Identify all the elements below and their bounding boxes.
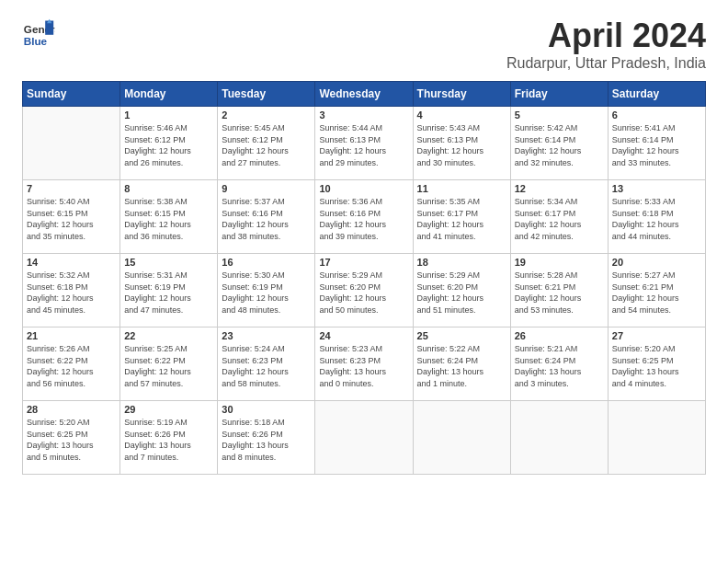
day-info: Sunrise: 5:37 AM Sunset: 6:16 PM Dayligh… <box>222 196 311 242</box>
day-cell: 19Sunrise: 5:28 AM Sunset: 6:21 PM Dayli… <box>510 254 608 327</box>
day-cell: 7Sunrise: 5:40 AM Sunset: 6:15 PM Daylig… <box>23 180 120 254</box>
day-info: Sunrise: 5:19 AM Sunset: 6:26 PM Dayligh… <box>124 417 213 463</box>
day-number: 29 <box>124 404 213 415</box>
day-number: 14 <box>27 257 116 268</box>
day-cell: 3Sunrise: 5:44 AM Sunset: 6:13 PM Daylig… <box>315 107 413 180</box>
week-row-4: 28Sunrise: 5:20 AM Sunset: 6:25 PM Dayli… <box>23 401 706 475</box>
day-number: 30 <box>222 404 311 415</box>
main-title: April 2024 <box>506 17 706 55</box>
day-number: 27 <box>612 330 701 341</box>
day-number: 4 <box>417 109 506 121</box>
day-cell <box>608 401 705 475</box>
day-info: Sunrise: 5:29 AM Sunset: 6:20 PM Dayligh… <box>417 270 506 316</box>
day-info: Sunrise: 5:35 AM Sunset: 6:17 PM Dayligh… <box>417 196 506 242</box>
day-info: Sunrise: 5:36 AM Sunset: 6:16 PM Dayligh… <box>319 196 408 242</box>
day-number: 7 <box>27 183 116 194</box>
day-number: 10 <box>319 183 408 194</box>
title-block: April 2024 Rudarpur, Uttar Pradesh, Indi… <box>506 17 706 72</box>
day-number: 11 <box>417 183 506 194</box>
day-cell: 20Sunrise: 5:27 AM Sunset: 6:21 PM Dayli… <box>608 254 705 327</box>
day-info: Sunrise: 5:34 AM Sunset: 6:17 PM Dayligh… <box>515 196 604 242</box>
page-header: General Blue April 2024 Rudarpur, Uttar … <box>0 0 728 81</box>
day-cell: 16Sunrise: 5:30 AM Sunset: 6:19 PM Dayli… <box>218 254 315 327</box>
day-number: 21 <box>27 330 116 341</box>
day-cell: 6Sunrise: 5:41 AM Sunset: 6:14 PM Daylig… <box>608 107 705 180</box>
day-number: 25 <box>417 330 506 341</box>
week-row-1: 7Sunrise: 5:40 AM Sunset: 6:15 PM Daylig… <box>23 180 706 254</box>
day-cell <box>510 401 608 475</box>
day-info: Sunrise: 5:40 AM Sunset: 6:15 PM Dayligh… <box>27 196 116 242</box>
day-cell: 27Sunrise: 5:20 AM Sunset: 6:25 PM Dayli… <box>608 327 705 401</box>
day-cell: 30Sunrise: 5:18 AM Sunset: 6:26 PM Dayli… <box>218 401 315 475</box>
weekday-header-sunday: Sunday <box>23 82 120 107</box>
day-number: 9 <box>222 183 311 194</box>
svg-text:Blue: Blue <box>24 35 48 47</box>
day-info: Sunrise: 5:38 AM Sunset: 6:15 PM Dayligh… <box>124 196 213 242</box>
day-cell: 8Sunrise: 5:38 AM Sunset: 6:15 PM Daylig… <box>120 180 218 254</box>
day-number: 12 <box>515 183 604 194</box>
day-number: 20 <box>612 257 701 268</box>
day-cell: 4Sunrise: 5:43 AM Sunset: 6:13 PM Daylig… <box>413 107 510 180</box>
day-info: Sunrise: 5:31 AM Sunset: 6:19 PM Dayligh… <box>124 270 213 316</box>
day-cell: 11Sunrise: 5:35 AM Sunset: 6:17 PM Dayli… <box>413 180 510 254</box>
day-cell <box>413 401 510 475</box>
calendar-wrapper: SundayMondayTuesdayWednesdayThursdayFrid… <box>0 81 728 482</box>
day-number: 23 <box>222 330 311 341</box>
weekday-header-tuesday: Tuesday <box>218 82 315 107</box>
day-number: 16 <box>222 257 311 268</box>
logo: General Blue <box>22 17 59 50</box>
day-cell: 5Sunrise: 5:42 AM Sunset: 6:14 PM Daylig… <box>510 107 608 180</box>
sub-title: Rudarpur, Uttar Pradesh, India <box>506 55 706 72</box>
day-number: 15 <box>124 257 213 268</box>
day-info: Sunrise: 5:32 AM Sunset: 6:18 PM Dayligh… <box>27 270 116 316</box>
day-cell <box>23 107 120 180</box>
day-info: Sunrise: 5:33 AM Sunset: 6:18 PM Dayligh… <box>612 196 701 242</box>
day-info: Sunrise: 5:24 AM Sunset: 6:23 PM Dayligh… <box>222 343 311 389</box>
logo-icon: General Blue <box>22 17 55 50</box>
day-number: 3 <box>319 109 408 121</box>
day-info: Sunrise: 5:45 AM Sunset: 6:12 PM Dayligh… <box>222 122 311 168</box>
day-info: Sunrise: 5:42 AM Sunset: 6:14 PM Dayligh… <box>515 122 604 168</box>
weekday-header-thursday: Thursday <box>413 82 510 107</box>
day-number: 6 <box>612 109 701 121</box>
day-cell: 24Sunrise: 5:23 AM Sunset: 6:23 PM Dayli… <box>315 327 413 401</box>
day-cell: 23Sunrise: 5:24 AM Sunset: 6:23 PM Dayli… <box>218 327 315 401</box>
day-cell: 26Sunrise: 5:21 AM Sunset: 6:24 PM Dayli… <box>510 327 608 401</box>
day-number: 5 <box>515 109 604 121</box>
weekday-header-saturday: Saturday <box>608 82 705 107</box>
day-info: Sunrise: 5:28 AM Sunset: 6:21 PM Dayligh… <box>515 270 604 316</box>
day-info: Sunrise: 5:21 AM Sunset: 6:24 PM Dayligh… <box>515 343 604 389</box>
day-info: Sunrise: 5:25 AM Sunset: 6:22 PM Dayligh… <box>124 343 213 389</box>
day-number: 26 <box>515 330 604 341</box>
day-cell: 1Sunrise: 5:46 AM Sunset: 6:12 PM Daylig… <box>120 107 218 180</box>
day-cell: 29Sunrise: 5:19 AM Sunset: 6:26 PM Dayli… <box>120 401 218 475</box>
day-info: Sunrise: 5:27 AM Sunset: 6:21 PM Dayligh… <box>612 270 701 316</box>
day-number: 19 <box>515 257 604 268</box>
weekday-header-friday: Friday <box>510 82 608 107</box>
weekday-header-wednesday: Wednesday <box>315 82 413 107</box>
week-row-0: 1Sunrise: 5:46 AM Sunset: 6:12 PM Daylig… <box>23 107 706 180</box>
day-cell <box>315 401 413 475</box>
weekday-header-monday: Monday <box>120 82 218 107</box>
day-info: Sunrise: 5:29 AM Sunset: 6:20 PM Dayligh… <box>319 270 408 316</box>
day-info: Sunrise: 5:41 AM Sunset: 6:14 PM Dayligh… <box>612 122 701 168</box>
day-cell: 15Sunrise: 5:31 AM Sunset: 6:19 PM Dayli… <box>120 254 218 327</box>
day-cell: 9Sunrise: 5:37 AM Sunset: 6:16 PM Daylig… <box>218 180 315 254</box>
day-info: Sunrise: 5:30 AM Sunset: 6:19 PM Dayligh… <box>222 270 311 316</box>
day-cell: 18Sunrise: 5:29 AM Sunset: 6:20 PM Dayli… <box>413 254 510 327</box>
day-info: Sunrise: 5:18 AM Sunset: 6:26 PM Dayligh… <box>222 417 311 463</box>
day-info: Sunrise: 5:26 AM Sunset: 6:22 PM Dayligh… <box>27 343 116 389</box>
week-row-2: 14Sunrise: 5:32 AM Sunset: 6:18 PM Dayli… <box>23 254 706 327</box>
weekday-header-row: SundayMondayTuesdayWednesdayThursdayFrid… <box>23 82 706 107</box>
day-cell: 22Sunrise: 5:25 AM Sunset: 6:22 PM Dayli… <box>120 327 218 401</box>
day-number: 28 <box>27 404 116 415</box>
day-number: 18 <box>417 257 506 268</box>
day-number: 1 <box>124 109 213 121</box>
day-cell: 14Sunrise: 5:32 AM Sunset: 6:18 PM Dayli… <box>23 254 120 327</box>
week-row-3: 21Sunrise: 5:26 AM Sunset: 6:22 PM Dayli… <box>23 327 706 401</box>
day-number: 13 <box>612 183 701 194</box>
day-cell: 13Sunrise: 5:33 AM Sunset: 6:18 PM Dayli… <box>608 180 705 254</box>
day-cell: 21Sunrise: 5:26 AM Sunset: 6:22 PM Dayli… <box>23 327 120 401</box>
day-number: 24 <box>319 330 408 341</box>
day-cell: 28Sunrise: 5:20 AM Sunset: 6:25 PM Dayli… <box>23 401 120 475</box>
